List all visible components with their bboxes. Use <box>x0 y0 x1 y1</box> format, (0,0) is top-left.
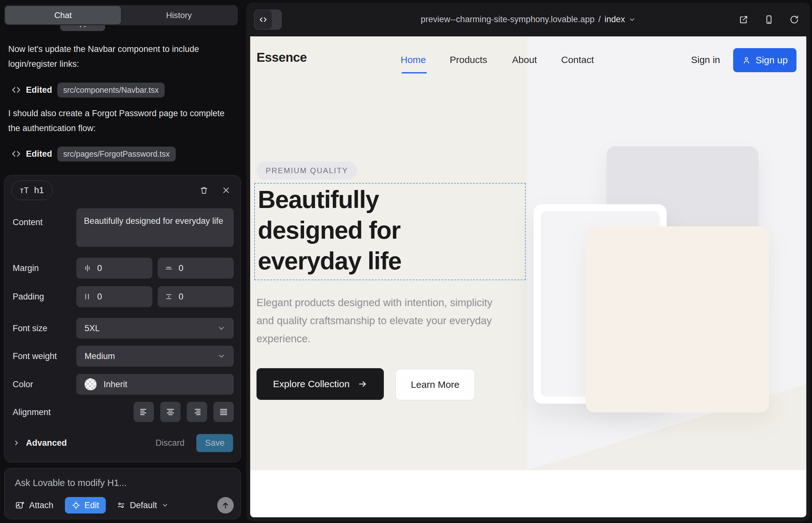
open-in-new-tab-button[interactable] <box>737 13 750 26</box>
learn-more-button[interactable]: Learn More <box>395 369 475 400</box>
nav-link-products[interactable]: Products <box>450 54 487 65</box>
hero-heading-line: Beautifully <box>258 184 401 215</box>
save-button[interactable]: Save <box>196 434 233 452</box>
preview-toolbar: preview--charming-site-symphony.lovable.… <box>246 2 810 36</box>
editor-footer: Advanced Discard Save <box>13 432 233 453</box>
code-icon <box>12 149 21 159</box>
attach-label: Attach <box>29 501 54 510</box>
attach-button[interactable]: Attach <box>15 501 54 510</box>
nav-link-home[interactable]: Home <box>401 54 426 65</box>
margin-horizontal-input[interactable]: 0 <box>76 258 152 278</box>
color-select[interactable]: Inherit <box>76 374 234 395</box>
advanced-toggle[interactable]: Advanced <box>13 438 67 448</box>
discard-button[interactable]: Discard <box>156 438 184 448</box>
color-label: Color <box>13 380 33 390</box>
send-button[interactable] <box>217 497 234 513</box>
user-icon <box>742 56 751 65</box>
chevron-down-icon <box>161 502 169 509</box>
edited-label: Edited <box>26 149 52 159</box>
margin-horizontal-icon <box>83 264 91 272</box>
margin-vertical-input[interactable]: 0 <box>158 258 234 278</box>
arrow-up-icon <box>221 501 230 510</box>
align-right-icon <box>192 407 202 417</box>
mode-label: Default <box>130 501 157 510</box>
url-separator: / <box>598 15 601 24</box>
padding-vertical-icon <box>165 292 173 301</box>
selected-element-pill[interactable]: тT h1 <box>12 180 53 200</box>
site-navbar: Essence Home Products About Contact Sign… <box>250 36 806 84</box>
advanced-label: Advanced <box>26 438 67 448</box>
sign-up-button[interactable]: Sign up <box>733 48 796 72</box>
refresh-button[interactable] <box>788 13 800 26</box>
font-size-value: 5XL <box>85 324 100 333</box>
file-path-chip[interactable]: src/components/Navbar.tsx <box>57 83 165 97</box>
align-center-button[interactable] <box>160 402 180 422</box>
hero-heading: Beautifully designed for everyday life <box>258 184 401 276</box>
url-page: index <box>604 15 625 24</box>
prompt-toolbar: Attach Edit Default <box>15 497 234 514</box>
tab-history[interactable]: History <box>121 6 237 24</box>
font-weight-value: Medium <box>85 351 115 361</box>
url-bar[interactable]: preview--charming-site-symphony.lovable.… <box>246 2 810 36</box>
edited-label: Edited <box>26 85 52 95</box>
align-right-button[interactable] <box>187 402 207 422</box>
sign-in-link[interactable]: Sign in <box>691 54 720 65</box>
font-weight-select[interactable]: Medium <box>76 346 234 366</box>
chat-sidebar: Chat History Now let's update the Navbar… <box>0 0 245 523</box>
chat-history-tabs: Chat History <box>4 5 238 25</box>
mobile-view-button[interactable] <box>763 13 775 26</box>
margin-vertical-value: 0 <box>179 264 183 273</box>
color-value: Inherit <box>104 380 127 390</box>
color-swatch-transparent <box>85 378 96 390</box>
tab-chat[interactable]: Chat <box>5 6 121 24</box>
element-editor-panel: тT h1 Content Beautifully designed for e… <box>4 175 241 463</box>
site-viewport: Essence Home Products About Contact Sign… <box>250 36 806 517</box>
close-editor-button[interactable] <box>220 184 232 197</box>
padding-horizontal-icon <box>83 292 91 301</box>
scrolled-chip-partial <box>60 25 105 31</box>
font-weight-label: Font weight <box>13 351 57 361</box>
preview-browser-frame: preview--charming-site-symphony.lovable.… <box>246 2 810 521</box>
padding-vertical-input[interactable]: 0 <box>158 286 234 307</box>
element-tag-label: h1 <box>34 185 44 195</box>
align-center-icon <box>166 407 175 417</box>
chat-message: I should also create a Forgot Password p… <box>8 106 231 136</box>
padding-label: Padding <box>13 292 44 302</box>
hero-paragraph: Elegant products designed with intention… <box>257 293 510 348</box>
preview-actions <box>737 2 800 36</box>
close-icon <box>222 186 230 194</box>
chevron-down-icon <box>217 352 226 360</box>
padding-horizontal-input[interactable]: 0 <box>76 286 152 307</box>
chevron-down-icon <box>217 324 226 332</box>
explore-collection-button[interactable]: Explore Collection <box>257 368 384 400</box>
chat-message: Now let's update the Navbar component to… <box>8 42 231 72</box>
alignment-label: Alignment <box>13 408 51 417</box>
edit-mode-pill[interactable]: Edit <box>65 497 106 513</box>
align-justify-icon <box>219 407 228 417</box>
smartphone-icon <box>764 15 774 25</box>
sign-up-label: Sign up <box>756 55 788 66</box>
premium-quality-badge: PREMIUM QUALITY <box>257 161 357 180</box>
align-left-button[interactable] <box>134 402 154 422</box>
align-justify-button[interactable] <box>213 402 234 422</box>
nav-link-contact[interactable]: Contact <box>561 54 594 65</box>
edited-file-row[interactable]: Edited src/pages/ForgotPassword.tsx <box>12 146 176 162</box>
url-host: preview--charming-site-symphony.lovable.… <box>421 15 595 24</box>
code-icon <box>12 85 21 95</box>
site-logo[interactable]: Essence <box>257 50 307 65</box>
mode-selector[interactable]: Default <box>117 501 169 510</box>
margin-label: Margin <box>13 264 39 273</box>
alignment-button-group <box>134 402 234 422</box>
font-size-select[interactable]: 5XL <box>76 318 234 339</box>
h1-selection-outline[interactable]: Beautifully designed for everyday life <box>254 183 526 280</box>
delete-element-button[interactable] <box>198 184 210 197</box>
type-icon: тT <box>20 186 29 195</box>
content-input[interactable]: Beautifully designed for everyday life <box>76 208 234 247</box>
padding-vertical-value: 0 <box>179 292 183 302</box>
editor-header: тT h1 <box>12 180 232 200</box>
edited-file-row[interactable]: Edited src/components/Navbar.tsx <box>12 82 165 98</box>
nav-link-about[interactable]: About <box>512 54 537 65</box>
file-path-chip[interactable]: src/pages/ForgotPassword.tsx <box>57 147 176 161</box>
prompt-input[interactable]: Ask Lovable to modify H1... <box>15 478 127 488</box>
hero-decoration-rect-cream <box>586 227 769 413</box>
